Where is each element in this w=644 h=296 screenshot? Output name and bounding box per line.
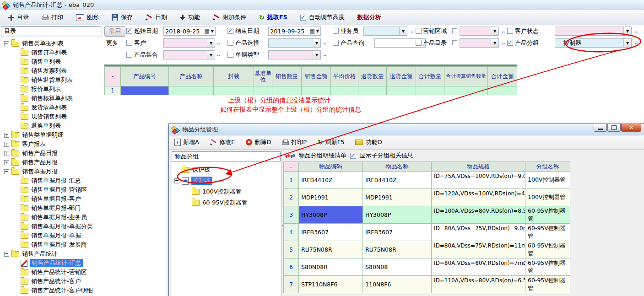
collapse-icon[interactable]	[4, 41, 9, 46]
collapse-icon[interactable]	[4, 169, 9, 174]
tree-item[interactable]: 销售单据月报-业务员	[2, 213, 101, 222]
product-set-dropdown[interactable]: ▼	[163, 50, 215, 59]
expand-icon[interactable]	[4, 133, 9, 138]
data-analysis-button[interactable]: 数据分析	[357, 13, 381, 22]
tree-item[interactable]: 退换单列表	[2, 121, 101, 130]
table-row-selected[interactable]: 3 HY3008P HY3008P ID=100A,VDss=80V,RDs(o…	[283, 206, 570, 224]
grid-cell[interactable]	[387, 86, 416, 95]
more-filters-button[interactable]: 更多	[106, 39, 118, 47]
table-row[interactable]: 2 MDP1991 MDP1991 ID=120A,VDss=100V,RDs(…	[283, 189, 570, 206]
grid-cell[interactable]	[444, 86, 488, 95]
delete-button[interactable]: ✕删除D	[246, 138, 271, 146]
print-button[interactable]: 打印P	[282, 138, 307, 146]
tree-item[interactable]: 销售单据月报-汇总	[2, 176, 101, 185]
group-name-cell[interactable]: 60-95V控制器管	[525, 276, 570, 293]
item-name-cell[interactable]: S80N08	[363, 258, 432, 276]
grid-cell[interactable]	[358, 86, 387, 95]
common-filters-button[interactable]: 常用	[104, 26, 125, 37]
dropdown-arrow-icon[interactable]: ▼	[399, 27, 407, 35]
product-catalog-checkbox[interactable]	[416, 40, 422, 46]
grid-cell[interactable]	[272, 86, 302, 95]
customer-status-dropdown[interactable]: ▼	[555, 27, 632, 36]
auto-height-toggle[interactable]: 自动调节高度	[300, 13, 345, 22]
save-button[interactable]: 保存	[112, 13, 133, 22]
tree-item[interactable]: 销售单据月报-部门	[2, 204, 101, 213]
tree-item[interactable]: 销售发票列表	[2, 66, 101, 75]
item-code-cell[interactable]: IRFB4410Z	[299, 172, 363, 189]
item-spec-cell[interactable]: ID=80A,VDss=75V,RDs(on)=11mΩ,PD=280W	[432, 241, 525, 258]
tree-item[interactable]: 销售产品统计	[2, 249, 101, 258]
collapse-icon[interactable]	[4, 252, 9, 257]
catalog-button[interactable]: 目录	[8, 13, 29, 22]
dropdown-arrow-icon[interactable]: ▼	[207, 39, 215, 47]
tree-item[interactable]: 销售单列表	[2, 57, 101, 66]
edit-button[interactable]: 修改E	[210, 138, 235, 146]
dropdown-arrow-icon[interactable]: ▼	[211, 29, 214, 33]
table-row[interactable]: 6 S80N08R S80N08 ID=80A,VDss=80V,RDs(on)…	[283, 258, 570, 276]
item-spec-cell[interactable]: ID=100A,VDss=80V,RDs(on)=8.5mΩ,PD=200W	[432, 206, 525, 224]
tree-item[interactable]: 客户报表	[2, 140, 101, 149]
product-catalog-sub-checkbox[interactable]	[452, 40, 457, 45]
minimize-button[interactable]	[594, 124, 607, 132]
doc-type-checkbox[interactable]	[227, 52, 233, 58]
tree-item[interactable]: 销售类单据列表	[2, 39, 101, 48]
expand-icon[interactable]	[4, 151, 9, 156]
table-row[interactable]: 7 STP110N8F6 110N8F6 ID=110A,VDss=80V,RD…	[283, 276, 570, 293]
product-group-dropdown[interactable]: 控制器▼	[555, 38, 632, 48]
tree-item[interactable]: 销售单据月报-单据	[2, 231, 101, 240]
item-spec-cell[interactable]: ID=75A,VDss=100V,RDs(on)=9.0mΩ,PD=230W	[432, 172, 525, 189]
region-checkbox[interactable]	[416, 28, 422, 34]
tree-item[interactable]: 100V控制器管	[172, 186, 281, 197]
tree-item[interactable]: 销售产品月报	[2, 158, 101, 167]
tree-item[interactable]: 销售单据月报-单据分类	[2, 222, 101, 231]
region-dropdown[interactable]: ▼	[460, 27, 499, 36]
grid-cell[interactable]	[169, 86, 214, 95]
show-subgroup-checkbox[interactable]	[350, 153, 356, 159]
group-name-cell[interactable]: 60-95V控制器管	[525, 206, 570, 224]
product-group-more-button[interactable]: ‥	[634, 40, 638, 46]
tree-item[interactable]: 销售产品统计-客户	[2, 277, 101, 286]
item-name-cell[interactable]: IRFB3607	[363, 224, 432, 241]
add-button[interactable]: +新增A	[174, 138, 199, 146]
item-spec-cell[interactable]: ID=80A,VDss=80V,RDs(on)=7mΩ,PD=200W	[432, 258, 525, 276]
function-button[interactable]: 功能O	[355, 138, 382, 146]
start-date-field[interactable]: 2018-09-25 ▦▼	[163, 27, 216, 36]
tree-item-selected[interactable]: +控制器	[172, 175, 281, 186]
date-button[interactable]: 日期	[146, 13, 167, 22]
group-name-cell[interactable]: 100V控制器管	[525, 189, 570, 206]
item-code-cell[interactable]: S80N08R	[299, 258, 363, 276]
tree-item[interactable]: 60-95V控制器管	[172, 197, 281, 208]
refresh-button[interactable]: ↻刷新F5	[318, 138, 344, 146]
group-name-cell[interactable]: 100V控制器管	[525, 172, 570, 189]
item-name-cell[interactable]: IRFB4410Z	[363, 172, 432, 189]
item-code-cell[interactable]: STP110N8F6	[299, 276, 363, 293]
dropdown-arrow-icon[interactable]: ▼	[207, 51, 215, 59]
group-name-cell[interactable]: 60-95V控制器管	[525, 224, 570, 241]
row-number-cell[interactable]: 5	[283, 241, 299, 258]
customer-checkbox[interactable]	[126, 40, 132, 46]
table-row[interactable]: 1 IRFB4410Z IRFB4410Z ID=75A,VDss=100V,R…	[283, 172, 570, 189]
product-set-checkbox[interactable]	[126, 52, 132, 58]
start-date-checkbox[interactable]	[126, 28, 132, 34]
dropdown-arrow-icon[interactable]: ▼	[491, 39, 498, 47]
row-number-cell[interactable]: 1	[283, 172, 299, 189]
salesman-more-button[interactable]: ‥	[410, 28, 414, 34]
region-sub-checkbox[interactable]	[452, 28, 457, 33]
maximize-button[interactable]	[607, 124, 621, 132]
expand-icon[interactable]	[4, 160, 9, 165]
item-name-cell[interactable]: RU75N08R	[363, 241, 432, 258]
customer-status-checkbox[interactable]	[507, 28, 513, 34]
table-row[interactable]: 4 IRFB3607 IRFB3607 ID=80A,VDss=75V,RDs(…	[283, 224, 570, 241]
salesman-checkbox[interactable]	[333, 28, 339, 34]
dropdown-arrow-icon[interactable]: ▼	[491, 27, 498, 35]
item-spec-cell[interactable]: ID=120A,VDss=100V,RDs(on)=4.4mΩ,PD=223W	[432, 189, 525, 206]
checkbox-checked-icon[interactable]	[300, 15, 306, 21]
tree-item[interactable]: 发货清单列表	[2, 103, 101, 112]
tree-item[interactable]: 现货销售列表	[2, 112, 101, 121]
tree-item[interactable]: 销售产品统计-营销区	[2, 268, 101, 277]
extract-button[interactable]: ↻提取F5	[259, 13, 287, 22]
graph-button[interactable]: 图形	[76, 13, 99, 22]
tree-item[interactable]: 销售产品日报	[2, 149, 101, 158]
dropdown-arrow-icon[interactable]: ▼	[316, 29, 319, 33]
group-name-cell[interactable]: 60-95V控制器管	[525, 241, 570, 258]
